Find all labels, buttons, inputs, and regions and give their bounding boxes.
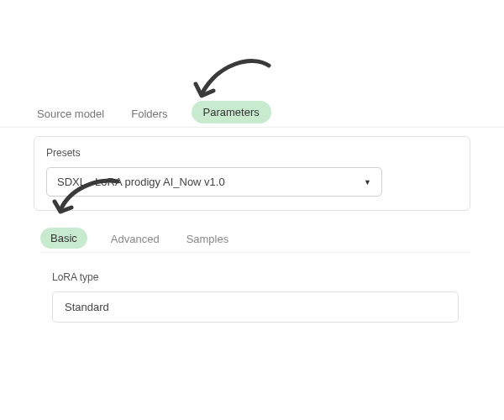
tab-advanced[interactable]: Advanced <box>108 228 163 252</box>
tab-parameters[interactable]: Parameters <box>192 101 271 123</box>
presets-panel: Presets SDXL - LoRA prodigy AI_Now v1.0 … <box>34 136 470 211</box>
tab-samples[interactable]: Samples <box>183 228 233 252</box>
presets-label: Presets <box>46 147 458 159</box>
lora-panel: LoRA type Standard <box>40 260 470 323</box>
chevron-down-icon: ▼ <box>364 178 371 186</box>
tab-basic[interactable]: Basic <box>40 228 87 249</box>
sub-tabs: Basic Advanced Samples <box>40 228 470 253</box>
tab-source-model[interactable]: Source model <box>34 102 108 127</box>
top-tabs: Source model Folders Parameters <box>0 101 504 128</box>
presets-select[interactable]: SDXL - LoRA prodigy AI_Now v1.0 ▼ <box>46 167 382 197</box>
lora-type-select[interactable]: Standard <box>52 291 459 323</box>
lora-type-value: Standard <box>65 301 109 313</box>
lora-type-label: LoRA type <box>52 271 459 283</box>
presets-value: SDXL - LoRA prodigy AI_Now v1.0 <box>57 176 225 188</box>
tab-folders[interactable]: Folders <box>128 102 171 127</box>
